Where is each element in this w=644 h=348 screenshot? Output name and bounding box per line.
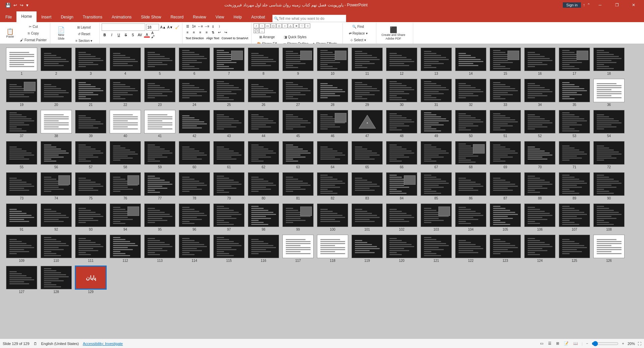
tab-file[interactable]: File [1, 12, 16, 22]
slide-item[interactable]: 105 [489, 203, 522, 232]
copy-button[interactable]: ⎘ Copy [19, 30, 48, 36]
slide-item[interactable]: 73 [5, 172, 38, 201]
shape-arrow[interactable]: → [259, 23, 265, 28]
slide-item[interactable]: 56 [40, 140, 72, 170]
slide-item[interactable]: 23 [144, 78, 176, 107]
tab-view[interactable]: View [211, 12, 229, 22]
find-button[interactable]: 🔍 Find [345, 23, 372, 30]
slide-sorter-button[interactable]: ⊞ [555, 341, 560, 346]
tab-help[interactable]: Help [229, 12, 247, 22]
slide-item[interactable]: 31 [420, 78, 452, 107]
select-button[interactable]: ⊹ Select ▾ [345, 37, 372, 43]
slide-item[interactable]: 45 [282, 109, 314, 138]
slide-item[interactable]: 36 [593, 78, 625, 107]
slide-item[interactable]: 71 [558, 140, 591, 170]
slide-item[interactable]: 97 [213, 203, 245, 232]
undo-button[interactable]: ↩ [13, 3, 18, 8]
normal-view-button[interactable]: ▭ [539, 341, 544, 346]
slide-item[interactable]: 72 [593, 140, 625, 170]
slide-item[interactable]: 52 [524, 109, 556, 138]
restore-button[interactable]: ❐ [609, 0, 625, 10]
slide-item[interactable]: 95 [144, 203, 176, 232]
slide-item[interactable]: 76 [109, 172, 142, 201]
slide-item[interactable]: 43 [213, 109, 245, 138]
slide-item[interactable]: 123 [489, 234, 522, 263]
line-spacing-button[interactable]: ↕ [216, 23, 222, 29]
slide-item[interactable]: 107 [558, 203, 591, 232]
slide-item[interactable]: 51 [489, 109, 522, 138]
increase-indent-button[interactable]: →≡ [204, 23, 210, 29]
slide-item[interactable]: 46 [316, 109, 349, 138]
slide-item[interactable]: 29 [351, 78, 383, 107]
section-button[interactable]: ≡ Section ▾ [70, 38, 97, 44]
italic-button[interactable]: I [109, 32, 115, 38]
slide-item[interactable]: 39 [74, 109, 107, 138]
zoom-out-button[interactable]: － [585, 341, 589, 346]
increase-font-button[interactable]: A▲ [160, 24, 166, 30]
bold-button[interactable]: B [102, 32, 108, 38]
columns-button[interactable]: ⫿ [210, 23, 216, 29]
slide-item[interactable]: 116 [247, 234, 280, 263]
slide-item[interactable]: 119 [351, 234, 383, 263]
slide-item[interactable]: 16 [524, 47, 556, 76]
align-text-button[interactable]: Align Text [205, 36, 220, 41]
tab-design[interactable]: Design [56, 12, 78, 22]
shape-triangle[interactable]: △ [288, 23, 293, 28]
zoom-in-button[interactable]: ＋ [621, 341, 625, 346]
numbering-button[interactable]: 1≡ [191, 23, 197, 29]
slide-item[interactable]: 93 [74, 203, 107, 232]
slide-item[interactable]: 124 [524, 234, 556, 263]
slide-item[interactable]: 108 [593, 203, 625, 232]
rtl-button[interactable]: ↩ [216, 30, 222, 35]
align-left-button[interactable]: ≡ [184, 30, 191, 35]
tab-insert[interactable]: Insert [37, 12, 56, 22]
slide-item[interactable]: 126 [593, 234, 625, 263]
slide-item[interactable]: 110 [40, 234, 72, 263]
slide-item[interactable]: 19 [5, 78, 38, 107]
slide-item[interactable]: 86 [454, 172, 487, 201]
quick-styles-button[interactable]: ◨ Quick Styles [282, 34, 309, 40]
customize-qat-button[interactable]: ▾ [25, 3, 29, 8]
reading-view-button[interactable]: 📖 [572, 341, 579, 346]
slide-item[interactable]: 121 [420, 234, 452, 263]
slide-item[interactable]: 96 [178, 203, 211, 232]
zoom-slider[interactable] [592, 341, 619, 346]
slide-item[interactable]: 69 [489, 140, 522, 170]
underline-button[interactable]: U [116, 32, 122, 38]
slide-item[interactable]: 9 [282, 47, 314, 76]
slide-item[interactable]: 106 [524, 203, 556, 232]
tab-animations[interactable]: Animations [107, 12, 136, 22]
outline-view-button[interactable]: ☰ [547, 341, 552, 346]
slide-item[interactable]: 77 [144, 172, 176, 201]
slide-item[interactable]: 34 [524, 78, 556, 107]
sign-in-button[interactable]: Sign in [563, 2, 581, 8]
slide-item[interactable]: 125 [558, 234, 591, 263]
slide-item[interactable]: 20 [40, 78, 72, 107]
slide-item[interactable]: 24 [178, 78, 211, 107]
ribbon-display-button[interactable]: ⌃ [587, 3, 590, 7]
slide-item[interactable]: 62 [247, 140, 280, 170]
slide-item[interactable]: 94 [109, 203, 142, 232]
close-button[interactable]: ✕ [626, 0, 641, 10]
slide-item[interactable]: 13 [420, 47, 452, 76]
slide-item[interactable]: 90 [593, 172, 625, 201]
slide-item[interactable]: 55 [5, 140, 38, 170]
font-size-input[interactable] [146, 24, 159, 31]
paste-button[interactable]: 📋 Paste [2, 23, 18, 44]
justify-button[interactable]: ≡ [204, 30, 210, 35]
slide-item[interactable]: 101 [351, 203, 383, 232]
slide-panel[interactable]: 1234567891011121314151617181920212223242… [0, 44, 644, 339]
slide-item[interactable]: 117 [282, 234, 314, 263]
slide-item[interactable]: 32 [454, 78, 487, 107]
slide-item[interactable]: 14 [454, 47, 487, 76]
shadow-button[interactable]: S [130, 32, 136, 38]
slide-item[interactable]: 15 [489, 47, 522, 76]
slide-item[interactable]: 7 [213, 47, 245, 76]
slide-item[interactable]: 68 [454, 140, 487, 170]
shape-callout[interactable]: 💬 [254, 28, 259, 33]
slide-item[interactable]: 81 [282, 172, 314, 201]
strikethrough-button[interactable]: S [123, 32, 129, 38]
minimize-button[interactable]: ─ [592, 0, 608, 10]
slide-item[interactable]: 65 [351, 140, 383, 170]
slide-item[interactable]: 33 [489, 78, 522, 107]
